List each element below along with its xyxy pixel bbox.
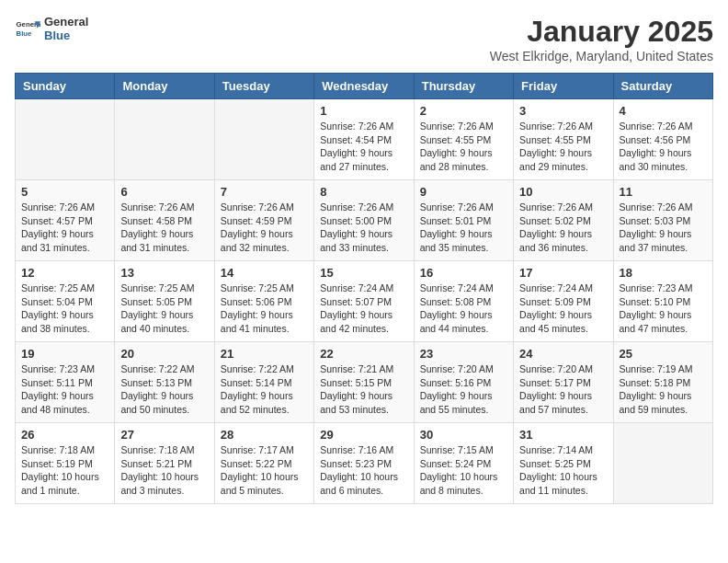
calendar-day-12: 12Sunrise: 7:25 AM Sunset: 5:04 PM Dayli…: [16, 261, 115, 342]
day-info: Sunrise: 7:26 AM Sunset: 4:55 PM Dayligh…: [420, 120, 507, 174]
day-info: Sunrise: 7:26 AM Sunset: 4:56 PM Dayligh…: [620, 120, 707, 174]
day-number: 27: [120, 428, 208, 442]
day-number: 19: [21, 347, 108, 361]
day-number: 9: [420, 185, 507, 199]
calendar-empty-cell: [613, 423, 712, 504]
day-info: Sunrise: 7:22 AM Sunset: 5:14 PM Dayligh…: [221, 362, 308, 417]
day-number: 31: [519, 428, 607, 442]
day-number: 2: [420, 104, 507, 118]
day-info: Sunrise: 7:26 AM Sunset: 4:59 PM Dayligh…: [221, 201, 308, 255]
calendar-week-row: 26Sunrise: 7:18 AM Sunset: 5:19 PM Dayli…: [16, 423, 713, 504]
calendar-day-28: 28Sunrise: 7:17 AM Sunset: 5:22 PM Dayli…: [214, 423, 313, 504]
day-number: 30: [420, 428, 507, 442]
day-number: 28: [221, 428, 308, 442]
calendar-day-16: 16Sunrise: 7:24 AM Sunset: 5:08 PM Dayli…: [414, 261, 513, 342]
day-number: 25: [620, 347, 707, 361]
day-number: 26: [21, 428, 108, 442]
day-info: Sunrise: 7:21 AM Sunset: 5:15 PM Dayligh…: [320, 362, 407, 417]
day-number: 8: [320, 185, 407, 199]
day-info: Sunrise: 7:14 AM Sunset: 5:25 PM Dayligh…: [519, 443, 607, 498]
calendar-day-26: 26Sunrise: 7:18 AM Sunset: 5:19 PM Dayli…: [16, 423, 115, 504]
weekday-header-saturday: Saturday: [613, 74, 712, 99]
weekday-header-friday: Friday: [514, 74, 613, 99]
day-number: 29: [320, 428, 407, 442]
location-text: West Elkridge, Maryland, United States: [490, 49, 713, 63]
day-number: 21: [221, 347, 308, 361]
calendar-empty-cell: [214, 99, 313, 180]
calendar-day-10: 10Sunrise: 7:26 AM Sunset: 5:02 PM Dayli…: [514, 180, 613, 261]
calendar-week-row: 12Sunrise: 7:25 AM Sunset: 5:04 PM Dayli…: [16, 261, 713, 342]
day-number: 12: [21, 266, 108, 280]
day-info: Sunrise: 7:26 AM Sunset: 5:03 PM Dayligh…: [620, 201, 707, 255]
calendar-day-11: 11Sunrise: 7:26 AM Sunset: 5:03 PM Dayli…: [613, 180, 712, 261]
calendar-day-13: 13Sunrise: 7:25 AM Sunset: 5:05 PM Dayli…: [115, 261, 214, 342]
calendar-day-21: 21Sunrise: 7:22 AM Sunset: 5:14 PM Dayli…: [214, 342, 313, 423]
calendar-day-7: 7Sunrise: 7:26 AM Sunset: 4:59 PM Daylig…: [214, 180, 313, 261]
title-block: January 2025 West Elkridge, Maryland, Un…: [490, 15, 713, 63]
day-info: Sunrise: 7:26 AM Sunset: 5:01 PM Dayligh…: [420, 201, 507, 255]
day-number: 6: [120, 185, 208, 199]
day-number: 7: [221, 185, 308, 199]
logo: General Blue General Blue: [15, 15, 88, 42]
calendar-day-23: 23Sunrise: 7:20 AM Sunset: 5:16 PM Dayli…: [414, 342, 513, 423]
day-number: 17: [519, 266, 607, 280]
calendar-day-27: 27Sunrise: 7:18 AM Sunset: 5:21 PM Dayli…: [115, 423, 214, 504]
calendar-day-25: 25Sunrise: 7:19 AM Sunset: 5:18 PM Dayli…: [613, 342, 712, 423]
day-number: 4: [620, 104, 707, 118]
calendar-day-8: 8Sunrise: 7:26 AM Sunset: 5:00 PM Daylig…: [314, 180, 414, 261]
calendar-day-31: 31Sunrise: 7:14 AM Sunset: 5:25 PM Dayli…: [514, 423, 613, 504]
day-number: 10: [519, 185, 607, 199]
day-info: Sunrise: 7:15 AM Sunset: 5:24 PM Dayligh…: [420, 443, 507, 498]
weekday-header-tuesday: Tuesday: [214, 74, 313, 99]
day-info: Sunrise: 7:24 AM Sunset: 5:07 PM Dayligh…: [320, 282, 407, 336]
calendar-day-20: 20Sunrise: 7:22 AM Sunset: 5:13 PM Dayli…: [115, 342, 214, 423]
calendar-week-row: 19Sunrise: 7:23 AM Sunset: 5:11 PM Dayli…: [16, 342, 713, 423]
day-info: Sunrise: 7:26 AM Sunset: 4:54 PM Dayligh…: [320, 120, 407, 174]
day-number: 3: [519, 104, 607, 118]
calendar-day-5: 5Sunrise: 7:26 AM Sunset: 4:57 PM Daylig…: [16, 180, 115, 261]
day-number: 13: [120, 266, 208, 280]
calendar-day-9: 9Sunrise: 7:26 AM Sunset: 5:01 PM Daylig…: [414, 180, 513, 261]
weekday-header-row: SundayMondayTuesdayWednesdayThursdayFrid…: [16, 74, 713, 99]
page-header: General Blue General Blue January 2025 W…: [15, 15, 713, 63]
weekday-header-wednesday: Wednesday: [314, 74, 414, 99]
calendar-week-row: 1Sunrise: 7:26 AM Sunset: 4:54 PM Daylig…: [16, 99, 713, 180]
logo-general-text: General: [44, 15, 88, 29]
calendar-day-24: 24Sunrise: 7:20 AM Sunset: 5:17 PM Dayli…: [514, 342, 613, 423]
calendar-day-19: 19Sunrise: 7:23 AM Sunset: 5:11 PM Dayli…: [16, 342, 115, 423]
day-info: Sunrise: 7:17 AM Sunset: 5:22 PM Dayligh…: [221, 443, 308, 498]
day-number: 1: [320, 104, 407, 118]
calendar-day-1: 1Sunrise: 7:26 AM Sunset: 4:54 PM Daylig…: [314, 99, 414, 180]
calendar-empty-cell: [115, 99, 214, 180]
logo-icon: General Blue: [15, 16, 40, 41]
day-number: 20: [120, 347, 208, 361]
day-info: Sunrise: 7:24 AM Sunset: 5:08 PM Dayligh…: [420, 282, 507, 336]
day-info: Sunrise: 7:26 AM Sunset: 4:57 PM Dayligh…: [21, 201, 108, 255]
calendar-empty-cell: [16, 99, 115, 180]
calendar-day-22: 22Sunrise: 7:21 AM Sunset: 5:15 PM Dayli…: [314, 342, 414, 423]
calendar-day-17: 17Sunrise: 7:24 AM Sunset: 5:09 PM Dayli…: [514, 261, 613, 342]
svg-text:Blue: Blue: [17, 29, 33, 38]
logo-blue-text: Blue: [44, 29, 88, 42]
calendar-day-14: 14Sunrise: 7:25 AM Sunset: 5:06 PM Dayli…: [214, 261, 313, 342]
day-info: Sunrise: 7:20 AM Sunset: 5:17 PM Dayligh…: [519, 362, 607, 417]
day-info: Sunrise: 7:23 AM Sunset: 5:11 PM Dayligh…: [21, 362, 108, 417]
day-info: Sunrise: 7:25 AM Sunset: 5:05 PM Dayligh…: [120, 282, 208, 336]
day-info: Sunrise: 7:18 AM Sunset: 5:21 PM Dayligh…: [120, 443, 208, 498]
weekday-header-monday: Monday: [115, 74, 214, 99]
day-info: Sunrise: 7:19 AM Sunset: 5:18 PM Dayligh…: [620, 362, 707, 417]
day-info: Sunrise: 7:25 AM Sunset: 5:04 PM Dayligh…: [21, 282, 108, 336]
day-number: 14: [221, 266, 308, 280]
day-number: 24: [519, 347, 607, 361]
calendar-day-4: 4Sunrise: 7:26 AM Sunset: 4:56 PM Daylig…: [613, 99, 712, 180]
day-number: 18: [620, 266, 707, 280]
weekday-header-thursday: Thursday: [414, 74, 513, 99]
day-info: Sunrise: 7:26 AM Sunset: 5:02 PM Dayligh…: [519, 201, 607, 255]
day-number: 22: [320, 347, 407, 361]
day-info: Sunrise: 7:20 AM Sunset: 5:16 PM Dayligh…: [420, 362, 507, 417]
calendar-day-29: 29Sunrise: 7:16 AM Sunset: 5:23 PM Dayli…: [314, 423, 414, 504]
day-info: Sunrise: 7:26 AM Sunset: 4:55 PM Dayligh…: [519, 120, 607, 174]
day-number: 5: [21, 185, 108, 199]
day-info: Sunrise: 7:26 AM Sunset: 5:00 PM Dayligh…: [320, 201, 407, 255]
day-info: Sunrise: 7:23 AM Sunset: 5:10 PM Dayligh…: [620, 282, 707, 336]
